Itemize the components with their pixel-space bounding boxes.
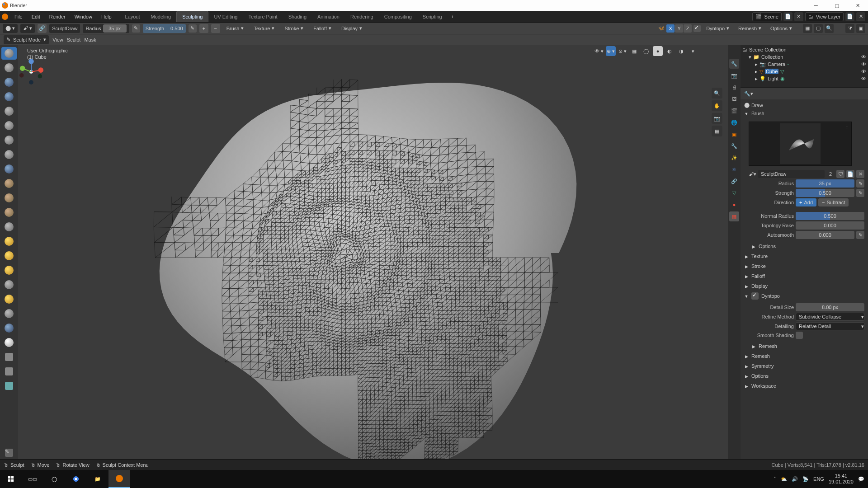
rtab-particle[interactable]: ✨ [729, 153, 739, 163]
tray-chevron-icon[interactable]: ˄ [774, 476, 776, 482]
shade-solid[interactable]: ● [653, 46, 663, 56]
menu-file[interactable]: File [10, 11, 27, 22]
mirror-y-toggle[interactable]: Y [675, 24, 683, 33]
strength-pressure-toggle[interactable]: ✎ [189, 24, 197, 33]
section-texture[interactable]: Texture [744, 252, 864, 261]
tab-layout[interactable]: Layout [120, 11, 146, 22]
collection-vis-toggle[interactable]: 👁 [861, 54, 866, 60]
tool-rotate[interactable] [1, 307, 17, 320]
rtab-render[interactable]: 📷 [729, 70, 739, 80]
3d-viewport[interactable]: User Orthographic (1) Cube 👁 ▾ ⊕ ▾ ⊙ ▾ ▦… [18, 45, 728, 459]
newcollection-button[interactable]: ▣ [856, 24, 865, 33]
tool-draw[interactable] [1, 47, 17, 60]
tab-compositing[interactable]: Compositing [379, 11, 417, 22]
direction-add[interactable]: + Add [796, 198, 816, 206]
brush-name-field[interactable]: SculptDraw [49, 24, 80, 33]
tray-cloud-icon[interactable]: ⛅ [781, 476, 787, 482]
section-brush[interactable]: Brush [744, 109, 864, 118]
shade-wire[interactable]: ◯ [641, 46, 651, 56]
shading-wire-button[interactable]: ▢ [814, 24, 823, 33]
camera-vis-toggle[interactable]: 👁 [861, 61, 866, 67]
tool-pinch[interactable] [1, 206, 17, 219]
rtab-material[interactable]: ● [729, 200, 739, 210]
tool-nudge[interactable] [1, 293, 17, 305]
options-dropdown[interactable]: Options ▾ [767, 24, 796, 33]
brush-unlink[interactable]: ✕ [856, 170, 864, 178]
tray-wifi-icon[interactable]: 📡 [802, 476, 809, 482]
close-button[interactable]: ✕ [847, 0, 868, 11]
header-view[interactable]: View [52, 37, 63, 42]
brush-menu[interactable]: Brush ▾ [223, 24, 248, 33]
tool-snakehook[interactable] [1, 249, 17, 262]
tab-add[interactable]: + [448, 11, 458, 22]
section-falloff[interactable]: Falloff [744, 272, 864, 281]
tab-rendering[interactable]: Rendering [345, 11, 379, 22]
strength-slider[interactable]: 0.500 [796, 189, 854, 197]
rtab-constraint[interactable]: 🔗 [729, 176, 739, 186]
tab-modeling[interactable]: Modeling [146, 11, 177, 22]
tool-layer[interactable] [1, 90, 17, 103]
section-workspace[interactable]: Workspace [744, 381, 864, 390]
viewlayer-new-button[interactable]: 📄 [845, 12, 854, 21]
brush-name[interactable]: SculptDraw [758, 170, 825, 178]
explorer-icon[interactable]: 📁 [87, 470, 108, 488]
tab-shading[interactable]: Shading [283, 11, 312, 22]
tool-mask[interactable] [1, 336, 17, 349]
tool-meshfilter[interactable] [1, 380, 17, 392]
rtab-tool[interactable]: 🔧 [729, 59, 739, 69]
taskbar-clock[interactable]: 15:41 19.01.2020 [829, 473, 854, 485]
display-menu[interactable]: Display ▾ [338, 24, 366, 33]
topology-rake-slider[interactable]: 0.000 [796, 221, 864, 230]
normal-radius-slider[interactable]: 0.500 [796, 212, 864, 220]
viewlayer-del-button[interactable]: ✕ [856, 12, 865, 21]
dyntopo-checkbox[interactable] [693, 25, 701, 32]
header-sculpt[interactable]: Sculpt [67, 37, 81, 42]
remesh-dropdown[interactable]: Remesh ▾ [735, 24, 765, 33]
menu-help[interactable]: Help [97, 11, 116, 22]
tool-annotate[interactable]: ✎ [1, 446, 17, 459]
falloff-menu[interactable]: Falloff ▾ [310, 24, 335, 33]
rtab-texture[interactable]: ▦ [729, 211, 739, 221]
menu-render[interactable]: Render [45, 11, 70, 22]
tab-scripting[interactable]: Scripting [417, 11, 448, 22]
section-dyntopo[interactable]: Dyntopo [744, 291, 864, 300]
tool-thumb[interactable] [1, 264, 17, 277]
maximize-button[interactable]: ▢ [826, 0, 847, 11]
strength-pressure[interactable]: ✎ [856, 189, 864, 197]
section-symmetry[interactable]: Symmetry [744, 361, 864, 371]
outliner-root[interactable]: Scene Collection [749, 47, 787, 52]
dyntopo-enable[interactable] [751, 292, 759, 300]
brush-fake-user[interactable]: 🛡 [836, 170, 844, 178]
shade-matcap[interactable]: ◐ [665, 46, 675, 56]
brush-picker[interactable]: ⬤ ▾ [3, 24, 18, 33]
pan-button[interactable]: ✋ [712, 100, 722, 111]
scene-selector[interactable]: 🎬 Scene [752, 12, 782, 21]
shade-dropdown[interactable]: ▾ [688, 46, 698, 56]
notifications-icon[interactable]: 💬 [858, 476, 864, 482]
overlay-toggle[interactable]: ⊙ ▾ [618, 46, 627, 56]
select-vis-toggle[interactable]: 👁 ▾ [594, 46, 604, 56]
detail-size-field[interactable]: 8.00 px [796, 303, 864, 311]
taskbar-circle-icon[interactable]: ◯ [43, 470, 65, 488]
zoom-button[interactable]: 🔍 [712, 88, 722, 99]
tool-crease[interactable] [1, 134, 17, 146]
tool-simplify[interactable] [1, 322, 17, 334]
ortho-button[interactable]: ▦ [712, 126, 722, 136]
texture-menu[interactable]: Texture ▾ [250, 24, 278, 33]
header-mask[interactable]: Mask [84, 37, 96, 42]
section-remesh[interactable]: Remesh [744, 352, 864, 361]
section-stroke[interactable]: Stroke [744, 262, 864, 271]
editor-type-button[interactable]: ▦ [803, 24, 812, 33]
tool-flatten[interactable] [1, 163, 17, 175]
nav-gizmo[interactable] [18, 59, 44, 85]
section-options1[interactable]: Options [744, 242, 864, 251]
section-options2[interactable]: Options [744, 371, 864, 380]
tray-lang[interactable]: ENG [813, 476, 824, 482]
tool-inflate[interactable] [1, 105, 17, 117]
autosmooth-pressure[interactable]: ✎ [856, 231, 864, 239]
brush-thumbnail[interactable]: ⋮ [749, 122, 852, 166]
chrome-icon[interactable] [65, 470, 87, 488]
autosmooth-slider[interactable]: 0.000 [796, 231, 854, 239]
brush-datablock-icon[interactable]: 🖌▾ [749, 171, 756, 177]
filter-button[interactable]: ⧩ [845, 24, 854, 33]
